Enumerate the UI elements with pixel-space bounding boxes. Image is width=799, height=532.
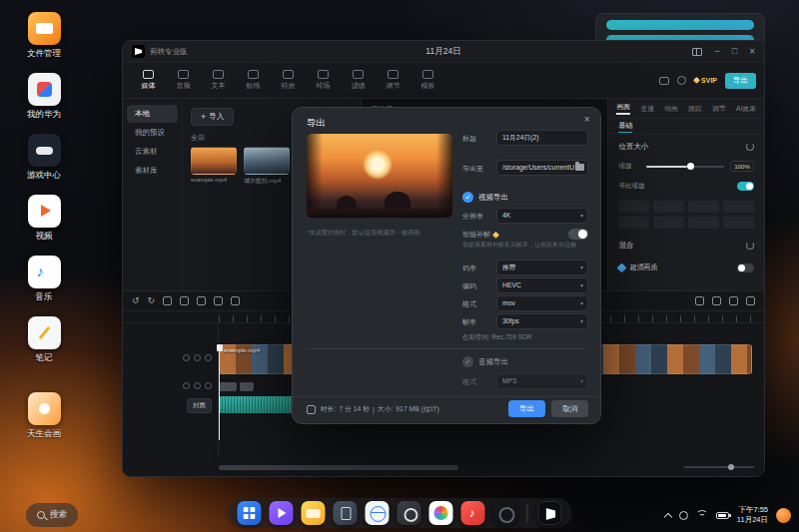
wifi-icon[interactable] xyxy=(696,510,708,520)
tab-adjust[interactable]: 调节 xyxy=(376,70,410,91)
quality-toggle[interactable] xyxy=(737,264,754,272)
close-button[interactable] xyxy=(749,47,755,57)
resolution-dropdown[interactable]: 4K xyxy=(496,208,588,224)
chevron-up-icon[interactable] xyxy=(664,512,672,520)
music-app-dock-icon[interactable] xyxy=(461,501,485,525)
timeline-scrollbar[interactable] xyxy=(219,465,458,470)
adjust-cell[interactable] xyxy=(618,217,649,229)
files-app-dock-icon[interactable] xyxy=(302,501,326,525)
export-button[interactable]: 导出 xyxy=(725,73,756,89)
adjust-cell[interactable] xyxy=(723,201,754,213)
codec-dropdown[interactable]: HEVC xyxy=(496,277,588,293)
media-nav-cloud[interactable]: 云素材 xyxy=(127,143,178,161)
cover-button[interactable]: 封面 xyxy=(187,398,212,413)
maximize-button[interactable] xyxy=(732,47,737,56)
adjust-cell[interactable] xyxy=(653,201,684,213)
desktop-icon-my-huawei[interactable]: 我的华为 xyxy=(18,73,70,121)
inspector-tab-adjust[interactable]: 调节 xyxy=(712,104,726,114)
snap-icon[interactable] xyxy=(695,296,704,305)
hide-icon[interactable] xyxy=(194,354,201,361)
reset-icon[interactable] xyxy=(746,143,754,151)
split-icon[interactable] xyxy=(163,296,172,305)
timeline-overlay-clip[interactable] xyxy=(219,382,237,391)
desktop-icon-music[interactable]: 音乐 xyxy=(18,256,70,303)
tab-effects[interactable]: 特效 xyxy=(271,70,306,91)
fit-timeline-icon[interactable] xyxy=(729,296,738,305)
tab-templates[interactable]: 模板 xyxy=(410,70,445,91)
folder-icon[interactable] xyxy=(575,164,584,171)
hide-icon[interactable] xyxy=(194,382,201,389)
mirror-icon[interactable] xyxy=(214,296,223,305)
desktop-icon-video[interactable]: 视频 xyxy=(18,195,70,243)
floating-window-button[interactable] xyxy=(606,20,754,30)
titlebar[interactable]: 剪映专业版 11月24日 xyxy=(123,41,764,63)
adjust-cell[interactable] xyxy=(618,201,649,213)
scale-value[interactable]: 100% xyxy=(730,161,754,172)
adjust-cell[interactable] xyxy=(723,217,754,229)
timeline-zoom-slider[interactable] xyxy=(684,466,754,468)
desktop-icon-notes[interactable]: 笔记 xyxy=(18,316,70,364)
tab-media[interactable]: 媒体 xyxy=(131,70,166,91)
delete-icon[interactable] xyxy=(180,296,189,305)
mute-icon[interactable] xyxy=(205,354,212,361)
media-nav-library[interactable]: 素材库 xyxy=(127,162,178,180)
playhead[interactable] xyxy=(219,346,220,440)
battery-icon[interactable] xyxy=(716,512,729,519)
format-dropdown[interactable]: mov xyxy=(496,295,588,311)
media-clip[interactable]: example.mp4 xyxy=(191,147,237,186)
inspector-tab-speed[interactable]: 变速 xyxy=(640,104,654,114)
tab-text[interactable]: 文本 xyxy=(201,70,236,91)
audio-export-check-icon[interactable] xyxy=(462,356,473,367)
recycle-bin-icon[interactable] xyxy=(334,501,358,525)
import-button[interactable]: 导入 xyxy=(191,108,234,126)
media-nav-local[interactable]: 本地 xyxy=(127,105,178,123)
preview-axis-icon[interactable] xyxy=(712,296,721,305)
lock-icon[interactable] xyxy=(183,382,190,389)
media-nav-presets[interactable]: 我的预设 xyxy=(127,124,178,142)
fps-dropdown[interactable]: 30fps xyxy=(496,313,588,329)
mute-icon[interactable] xyxy=(205,382,212,389)
audio-format-dropdown[interactable]: MP3 xyxy=(496,373,588,389)
screen-record-icon[interactable] xyxy=(679,511,688,520)
freeze-icon[interactable] xyxy=(197,296,206,305)
tab-transitions[interactable]: 转场 xyxy=(306,70,341,91)
browser-dock-icon[interactable] xyxy=(366,501,390,525)
desktop-icon-paint[interactable]: 天生会画 xyxy=(18,392,70,440)
launcher-icon[interactable] xyxy=(238,501,262,525)
title-input[interactable]: 11月24日(2) xyxy=(496,130,588,146)
settings-dock-icon[interactable] xyxy=(398,501,421,525)
vip-badge[interactable]: SVIP xyxy=(694,77,717,84)
bitrate-dropdown[interactable]: 推荐 xyxy=(496,260,588,275)
camera-dock-icon[interactable] xyxy=(493,501,517,525)
minimize-button[interactable] xyxy=(714,47,719,56)
app-gallery-dock-icon[interactable] xyxy=(429,501,453,525)
inspector-tab-ai[interactable]: AI效果 xyxy=(736,104,756,114)
video-export-check-icon[interactable] xyxy=(462,192,473,203)
scale-slider[interactable] xyxy=(646,166,724,168)
undo-icon[interactable] xyxy=(132,296,140,305)
adjust-cell[interactable] xyxy=(653,217,684,229)
cloud-icon[interactable] xyxy=(659,77,669,85)
tab-sticker[interactable]: 贴纸 xyxy=(236,70,271,91)
reset-icon[interactable] xyxy=(746,242,754,250)
export-confirm-button[interactable]: 导出 xyxy=(508,400,545,417)
smart-fps-toggle[interactable] xyxy=(568,229,588,240)
close-icon[interactable] xyxy=(584,113,590,125)
export-cover-preview[interactable] xyxy=(307,134,452,218)
timeline-overlay-clip[interactable] xyxy=(240,382,254,391)
video-app-dock-icon[interactable] xyxy=(270,501,294,525)
inspector-tab-picture[interactable]: 画面 xyxy=(616,102,630,115)
adjust-cell[interactable] xyxy=(688,217,719,229)
cancel-button[interactable]: 取消 xyxy=(551,400,588,417)
media-clip[interactable]: 城市航拍.mp4 xyxy=(244,147,290,186)
redo-icon[interactable] xyxy=(148,296,156,305)
zoom-icon[interactable] xyxy=(746,296,755,305)
user-avatar[interactable] xyxy=(776,508,791,523)
adjust-cell[interactable] xyxy=(688,201,719,213)
user-icon[interactable] xyxy=(677,76,686,85)
inspector-subtab-basic[interactable]: 基础 xyxy=(618,121,632,133)
inspector-tab-animation[interactable]: 动画 xyxy=(664,104,678,114)
crop-icon[interactable] xyxy=(231,296,240,305)
taskbar-search[interactable]: 搜索 xyxy=(26,503,78,527)
clock[interactable]: 下午7:55 11月24日 xyxy=(737,505,768,525)
